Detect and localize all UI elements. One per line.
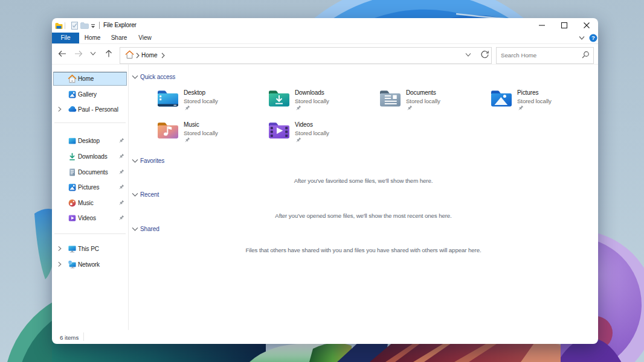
svg-text:?: ? [591,34,595,41]
